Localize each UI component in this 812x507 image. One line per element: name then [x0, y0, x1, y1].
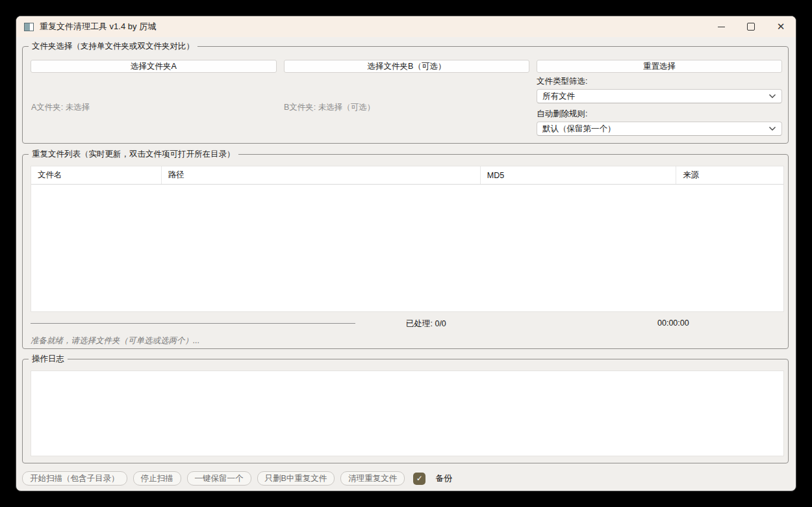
- check-icon: ✓: [416, 474, 423, 482]
- folder-selection-group-title: 文件夹选择（支持单文件夹或双文件夹对比）: [29, 41, 197, 52]
- operation-log-group: 操作日志: [22, 359, 789, 463]
- minimize-icon: [718, 27, 725, 27]
- stop-scan-label: 停止扫描: [141, 473, 173, 484]
- close-icon: ✕: [777, 21, 785, 32]
- progress-bar: [31, 323, 355, 324]
- folder-a-status: A文件夹: 未选择: [31, 102, 90, 113]
- column-header-source[interactable]: 来源: [676, 166, 783, 184]
- folder-b-status: B文件夹: 未选择（可选）: [284, 102, 375, 113]
- stop-scan-button[interactable]: 停止扫描: [133, 471, 181, 486]
- file-type-filter-value: 所有文件: [542, 91, 575, 102]
- duplicate-list-group: 重复文件列表（实时更新，双击文件项可打开所在目录） 文件名 路径 MD5 来源 …: [22, 154, 789, 349]
- title-bar[interactable]: 重复文件清理工具 v1.4 by 厉城 ✕: [16, 16, 796, 37]
- column-header-filename[interactable]: 文件名: [31, 166, 162, 184]
- processed-counter: 已处理: 0/0: [406, 318, 446, 330]
- file-table-header: 文件名 路径 MD5 来源: [31, 166, 783, 185]
- app-icon: [24, 23, 34, 31]
- chevron-down-icon: [768, 126, 776, 131]
- chevron-down-icon: [768, 94, 776, 99]
- auto-delete-rule-label: 自动删除规则:: [537, 109, 587, 120]
- reset-selection-label: 重置选择: [643, 61, 676, 72]
- delete-b-duplicates-label: 只删B中重复文件: [265, 473, 327, 484]
- file-table: 文件名 路径 MD5 来源: [31, 166, 784, 312]
- start-scan-label: 开始扫描（包含子目录）: [30, 473, 120, 484]
- app-window: 重复文件清理工具 v1.4 by 厉城 ✕ 文件夹选择（支持单文件夹或双文件夹对…: [16, 16, 796, 491]
- start-scan-button[interactable]: 开始扫描（包含子目录）: [22, 471, 127, 486]
- duplicate-list-group-title: 重复文件列表（实时更新，双击文件项可打开所在目录）: [29, 149, 238, 160]
- keep-one-label: 一键保留一个: [195, 473, 244, 484]
- select-folder-b-label: 选择文件夹B（可选）: [368, 61, 446, 72]
- folder-selection-group: 文件夹选择（支持单文件夹或双文件夹对比） 选择文件夹A 选择文件夹B（可选） 重…: [22, 46, 789, 144]
- column-header-path[interactable]: 路径: [162, 166, 481, 184]
- reset-selection-button[interactable]: 重置选择: [537, 60, 782, 73]
- clean-duplicates-button[interactable]: 清理重复文件: [340, 471, 405, 486]
- select-folder-a-label: 选择文件夹A: [131, 61, 177, 72]
- close-button[interactable]: ✕: [766, 16, 796, 37]
- file-type-filter-label: 文件类型筛选:: [537, 76, 587, 87]
- backup-checkbox-label: 备份: [435, 473, 452, 484]
- action-bar: 开始扫描（包含子目录） 停止扫描 一键保留一个 只删B中重复文件 清理重复文件 …: [22, 470, 452, 487]
- minimize-button[interactable]: [706, 16, 736, 37]
- clean-duplicates-label: 清理重复文件: [348, 473, 397, 484]
- elapsed-time: 00:00:00: [657, 318, 689, 328]
- select-folder-b-button[interactable]: 选择文件夹B（可选）: [284, 60, 529, 73]
- window-title: 重复文件清理工具 v1.4 by 厉城: [40, 21, 156, 32]
- file-type-filter-select[interactable]: 所有文件: [537, 89, 782, 103]
- operation-log-group-title: 操作日志: [29, 354, 68, 365]
- file-list-body[interactable]: [31, 185, 783, 312]
- window-controls: ✕: [706, 16, 796, 37]
- maximize-button[interactable]: [736, 16, 766, 37]
- status-message: 准备就绪，请选择文件夹（可单选或选两个）...: [31, 335, 199, 346]
- select-folder-a-button[interactable]: 选择文件夹A: [31, 60, 277, 73]
- auto-delete-rule-select[interactable]: 默认（保留第一个）: [537, 122, 782, 136]
- backup-checkbox[interactable]: ✓: [413, 473, 425, 485]
- auto-delete-rule-value: 默认（保留第一个）: [542, 124, 616, 135]
- log-textarea[interactable]: [31, 370, 784, 456]
- keep-one-button[interactable]: 一键保留一个: [187, 471, 251, 486]
- column-header-md5[interactable]: MD5: [481, 166, 676, 184]
- delete-b-duplicates-button[interactable]: 只删B中重复文件: [257, 471, 335, 486]
- maximize-icon: [747, 23, 755, 31]
